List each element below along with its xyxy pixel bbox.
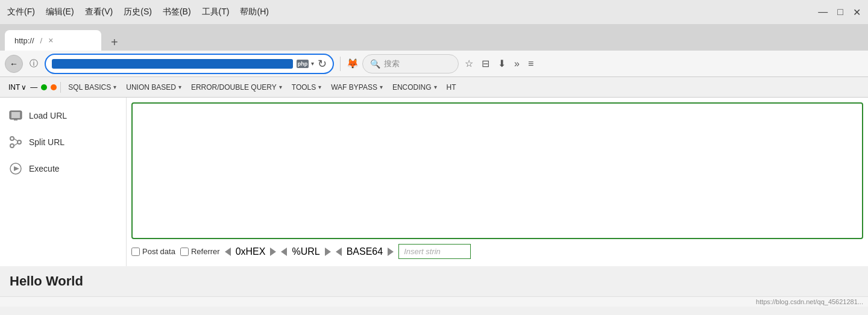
- oxhex-encode-right-button[interactable]: [270, 248, 276, 256]
- union-based-menu[interactable]: UNION BASED ▾: [121, 82, 186, 93]
- php-icon: php: [297, 60, 309, 68]
- insert-string-input[interactable]: Insert strin: [398, 244, 471, 259]
- percenturl-label: %URL: [292, 246, 319, 257]
- tab-close-button[interactable]: ×: [48, 36, 53, 45]
- encoding-label: ENCODING: [392, 83, 432, 92]
- waf-bypass-label: WAF BYPASS: [331, 83, 377, 92]
- home-bookmark-button[interactable]: 🦊: [347, 58, 359, 69]
- menu-edit[interactable]: 编辑(E): [46, 7, 74, 17]
- status-bar: https://blog.csdn.net/qq_45621281...: [0, 296, 868, 307]
- encoding-menu[interactable]: ENCODING ▾: [388, 82, 442, 93]
- oxhex-label: 0xHEX: [236, 246, 266, 257]
- info-button[interactable]: ⓘ: [27, 57, 41, 71]
- nav-separator: [340, 57, 341, 71]
- browser-tab[interactable]: http:// / ×: [5, 30, 101, 51]
- plugin-toolbar: INT ∨ — SQL BASICS ▾ UNION BASED ▾ ERROR…: [0, 77, 868, 98]
- menu-history[interactable]: 历史(S): [124, 7, 152, 17]
- svg-point-3: [10, 137, 14, 140]
- referrer-checkbox-item[interactable]: Referrer: [180, 247, 220, 256]
- status-hint: https://blog.csdn.net/qq_45621281...: [756, 298, 863, 305]
- percenturl-encode-left-button[interactable]: [281, 248, 287, 256]
- load-url-icon: [8, 108, 23, 123]
- search-box[interactable]: 🔍 搜索: [362, 54, 459, 73]
- referrer-checkbox[interactable]: [180, 248, 189, 256]
- menu-help[interactable]: 帮助(H): [240, 7, 268, 17]
- reload-button[interactable]: ↻: [318, 57, 327, 70]
- menu-button[interactable]: ≡: [526, 57, 536, 70]
- url-options-bar: Post data Referrer 0xHEX %URL: [131, 239, 863, 261]
- url-editor: Post data Referrer 0xHEX %URL: [127, 98, 868, 266]
- minimize-button[interactable]: —: [818, 7, 828, 17]
- menu-file[interactable]: 文件(F): [7, 7, 35, 17]
- error-double-query-arrow: ▾: [279, 84, 282, 90]
- window-controls: — □ ✕: [818, 7, 861, 18]
- error-double-query-label: ERROR/DOUBLE QUERY: [191, 83, 277, 92]
- ht-label: HT: [447, 83, 456, 92]
- hello-world-label: Hello World: [10, 273, 83, 288]
- referrer-label: Referrer: [191, 247, 220, 256]
- waf-bypass-menu[interactable]: WAF BYPASS ▾: [326, 82, 388, 93]
- tab-url-prefix: http://: [14, 36, 34, 45]
- split-url-button[interactable]: Split URL: [0, 129, 126, 155]
- oxhex-arrow-right-icon: [270, 248, 276, 256]
- tab-bar: http:// / × +: [0, 24, 868, 51]
- maximize-button[interactable]: □: [837, 7, 843, 17]
- php-dropdown-arrow[interactable]: ▾: [311, 60, 314, 67]
- orange-status-dot: [51, 84, 57, 90]
- star-button[interactable]: ☆: [462, 57, 476, 70]
- close-button[interactable]: ✕: [853, 7, 861, 18]
- post-data-checkbox[interactable]: [131, 248, 140, 256]
- int-dropdown-icon[interactable]: ∨: [21, 83, 27, 92]
- base64-arrow-left-icon: [336, 248, 342, 256]
- sql-basics-arrow: ▾: [113, 84, 116, 90]
- back-button[interactable]: ←: [5, 55, 23, 73]
- load-url-button[interactable]: Load URL: [0, 102, 126, 129]
- percenturl-arrow-left-icon: [281, 248, 287, 256]
- base64-arrow-right-icon: [388, 248, 394, 256]
- base64-encode-right-button[interactable]: [388, 248, 394, 256]
- ht-menu[interactable]: HT: [442, 82, 461, 93]
- execute-button[interactable]: Execute: [0, 155, 126, 182]
- svg-point-5: [17, 140, 21, 144]
- separator: —: [30, 83, 37, 92]
- int-selector[interactable]: INT ∨ —: [5, 82, 61, 93]
- address-bar-content: [52, 59, 293, 69]
- error-double-query-menu[interactable]: ERROR/DOUBLE QUERY ▾: [186, 82, 287, 93]
- svg-line-6: [14, 139, 17, 141]
- sql-basics-label: SQL BASICS: [68, 83, 111, 92]
- url-textarea[interactable]: [131, 102, 863, 239]
- menu-view[interactable]: 查看(V): [85, 7, 113, 17]
- php-badge: php ▾: [297, 60, 314, 68]
- post-data-label: Post data: [142, 247, 175, 256]
- svg-point-4: [10, 144, 14, 148]
- menu-bookmarks[interactable]: 书签(B): [163, 7, 191, 17]
- hello-world-text: Hello World: [0, 266, 868, 296]
- new-tab-button[interactable]: +: [106, 34, 123, 51]
- svg-rect-2: [14, 119, 17, 120]
- green-status-dot: [41, 84, 47, 90]
- sql-basics-menu[interactable]: SQL BASICS ▾: [63, 82, 121, 93]
- address-bar[interactable]: php ▾ ↻: [45, 54, 334, 74]
- nav-bar: ← ⓘ php ▾ ↻ 🦊 🔍 搜索 ☆ ⊟ ⬇ » ≡: [0, 51, 868, 77]
- svg-rect-1: [11, 112, 20, 118]
- post-data-checkbox-item[interactable]: Post data: [131, 247, 175, 256]
- oxhex-arrow-left-icon: [225, 248, 231, 256]
- oxhex-encode-left-button[interactable]: [225, 248, 231, 256]
- more-button[interactable]: »: [512, 57, 522, 70]
- percenturl-encode-right-button[interactable]: [325, 248, 331, 256]
- tab-url-slash: /: [40, 36, 43, 45]
- base64-encode-left-button[interactable]: [336, 248, 342, 256]
- percenturl-arrow-right-icon: [325, 248, 331, 256]
- tools-menu[interactable]: TOOLS ▾: [287, 82, 326, 93]
- save-button[interactable]: ⊟: [479, 57, 492, 70]
- download-button[interactable]: ⬇: [495, 57, 508, 70]
- menu-tools[interactable]: 工具(T): [202, 7, 230, 17]
- sidebar: Load URL Split URL Execute: [0, 98, 127, 266]
- search-placeholder-text: 搜索: [384, 58, 400, 69]
- back-icon: ←: [10, 59, 18, 69]
- search-icon: 🔍: [370, 59, 380, 69]
- php-icon-text: php: [298, 61, 308, 67]
- menu-bar: 文件(F) 编辑(E) 查看(V) 历史(S) 书签(B) 工具(T) 帮助(H…: [7, 7, 269, 17]
- union-based-label: UNION BASED: [126, 83, 176, 92]
- tools-arrow: ▾: [318, 84, 321, 90]
